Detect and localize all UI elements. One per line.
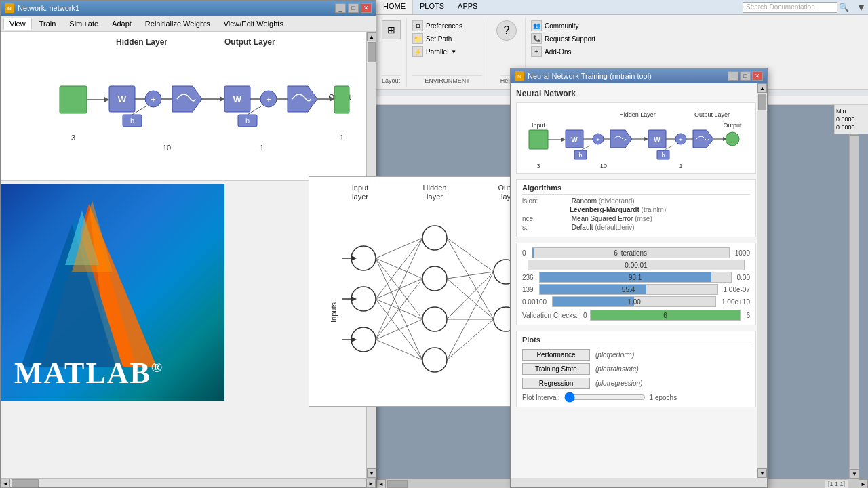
iterations-bar: 6 iterations	[532, 247, 730, 258]
svg-text:10: 10	[163, 144, 171, 152]
layout-btn[interactable]: ⊞	[382, 20, 401, 39]
tab-reinitialize[interactable]: Reinitialize Weights	[139, 18, 216, 30]
preferences-label: Preferences	[426, 22, 462, 30]
network-svg: Input Output W b +	[4, 49, 357, 174]
matlab-vscroll-down[interactable]: ▼	[367, 468, 376, 478]
svg-marker-9	[220, 96, 224, 102]
derivative-algo-func: (defaultderiv)	[595, 224, 634, 231]
matlab-vscroll-thumb[interactable]	[368, 42, 376, 62]
validation-text: 6	[591, 310, 741, 320]
toolbar-icon-right[interactable]: ▼	[854, 0, 868, 14]
performance-plot-row: Performance (plotperform)	[522, 349, 750, 361]
ribbon-tab-plots[interactable]: PLOTS	[413, 0, 451, 14]
request-support-btn[interactable]: 📞 Request Support	[531, 33, 601, 44]
perf-max: 0.00	[734, 274, 750, 281]
scroll-h-thumb[interactable]	[387, 480, 408, 488]
svg-line-57	[447, 238, 494, 272]
trademark-symbol: ®	[151, 359, 163, 375]
preferences-btn[interactable]: ⚙ Preferences	[412, 20, 482, 31]
parallel-btn[interactable]: ⚡ Parallel ▼	[412, 46, 482, 57]
tab-adapt[interactable]: Adapt	[106, 18, 138, 30]
scroll-left-arrow[interactable]: ◄	[376, 479, 386, 488]
scroll-down-arrow[interactable]: ▼	[850, 469, 859, 479]
svg-text:b: b	[661, 152, 665, 159]
ribbon-tab-apps[interactable]: APPS	[451, 0, 484, 14]
svg-text:+: +	[596, 136, 599, 143]
training-state-plot-func: (plottrainstate)	[595, 365, 639, 373]
layout-label: Layout	[382, 75, 401, 84]
nntrain-vscroll-up[interactable]: ▲	[757, 83, 767, 93]
add-ons-btn[interactable]: + Add-Ons	[531, 46, 601, 57]
training-state-plot-btn[interactable]: Training State	[522, 363, 590, 375]
nntrain-maximize[interactable]: □	[740, 71, 751, 81]
svg-text:1: 1	[679, 163, 682, 169]
matlab-tab-bar: View Train Simulate Adapt Reinitialize W…	[1, 16, 376, 32]
network-canvas: Hidden Layer Output Layer Input Output W…	[1, 32, 376, 181]
matlab-bottom-scrollbar: ◄ ►	[1, 478, 376, 487]
performance-algo-row: nce: Mean Squared Error (mse)	[522, 215, 750, 222]
community-label: Community	[545, 22, 579, 30]
svg-text:Hidden Layer: Hidden Layer	[619, 111, 656, 118]
minimize-btn[interactable]: _	[335, 3, 346, 13]
set-path-btn[interactable]: 📁 Set Path	[412, 33, 482, 44]
svg-marker-91	[644, 137, 648, 141]
svg-text:b: b	[578, 152, 582, 159]
svg-line-56	[376, 340, 422, 360]
svg-text:layer: layer	[352, 192, 368, 201]
algorithms-title: Algorithms	[522, 184, 750, 195]
svg-text:W: W	[654, 136, 660, 144]
svg-text:10: 10	[600, 163, 607, 169]
nntrain-bottom-scroll	[511, 478, 757, 487]
close-btn[interactable]: ✕	[361, 3, 372, 13]
svg-point-40	[422, 266, 447, 291]
ribbon-tab-home[interactable]: HOME	[376, 0, 413, 14]
svg-text:layer: layer	[427, 192, 443, 201]
matlab-vscroll-up[interactable]: ▲	[367, 32, 376, 41]
maximize-btn[interactable]: □	[348, 3, 359, 13]
performance-row: 236 93.1 0.00	[522, 272, 750, 283]
nntrain-content: Neural Network Hidden Layer Output Layer…	[511, 83, 767, 487]
community-btn[interactable]: 👥 Community	[531, 20, 601, 31]
svg-text:+: +	[151, 94, 156, 104]
nn-section-title: Neural Network	[516, 89, 756, 98]
data-division-row: ision: Rancom (dividerand)	[522, 197, 750, 205]
mu-min: 0.00100	[522, 298, 549, 306]
output-act-box	[288, 86, 317, 112]
svg-text:b: b	[130, 117, 134, 125]
svg-text:Output: Output	[723, 122, 742, 129]
iterations-min: 0	[522, 249, 529, 257]
nntrain-vscroll-thumb[interactable]	[758, 94, 766, 110]
nntrain-close[interactable]: ✕	[752, 71, 763, 81]
matlab-scroll-right[interactable]: ►	[366, 479, 376, 488]
scroll-right-arrow[interactable]: ►	[859, 479, 868, 488]
matlab-scroll-left[interactable]: ◄	[1, 479, 10, 488]
nntrain-window-controls: _ □ ✕	[728, 71, 763, 81]
tab-train[interactable]: Train	[33, 18, 62, 30]
set-path-label: Set Path	[426, 35, 452, 43]
layout-group: ⊞ Layout	[376, 18, 407, 87]
preferences-icon: ⚙	[412, 20, 423, 31]
tab-viewedit[interactable]: View/Edit Weights	[218, 18, 290, 30]
plots-title: Plots	[522, 336, 750, 346]
tab-simulate[interactable]: Simulate	[63, 18, 104, 30]
performance-plot-btn[interactable]: Performance	[522, 349, 590, 361]
search-box[interactable]: Search Documentation	[743, 2, 837, 13]
derivative-algo-value: Default	[570, 224, 595, 231]
regression-plot-btn[interactable]: Regression	[522, 378, 590, 389]
derivative-algo-label: s:	[522, 224, 570, 231]
matlab-logo-area: MATLAB®	[1, 184, 224, 401]
nntrain-vscroll-down[interactable]: ▼	[757, 468, 767, 478]
plot-interval-slider[interactable]	[564, 392, 646, 403]
svg-text:Input: Input	[352, 184, 368, 192]
nntrain-minimize[interactable]: _	[728, 71, 738, 81]
help-btn[interactable]: ?	[496, 20, 517, 41]
matlab-scroll-hthumb[interactable]	[12, 479, 39, 487]
search-icon[interactable]: 🔍	[839, 3, 849, 12]
tab-view[interactable]: View	[3, 18, 32, 30]
svg-point-104	[726, 132, 739, 146]
svg-text:Input: Input	[532, 122, 546, 129]
output-layer-label: Output Layer	[224, 37, 275, 47]
iterations-max: 1000	[732, 249, 750, 257]
input-box	[60, 86, 87, 113]
validation-row: Validation Checks: 0 6 6	[522, 310, 750, 321]
